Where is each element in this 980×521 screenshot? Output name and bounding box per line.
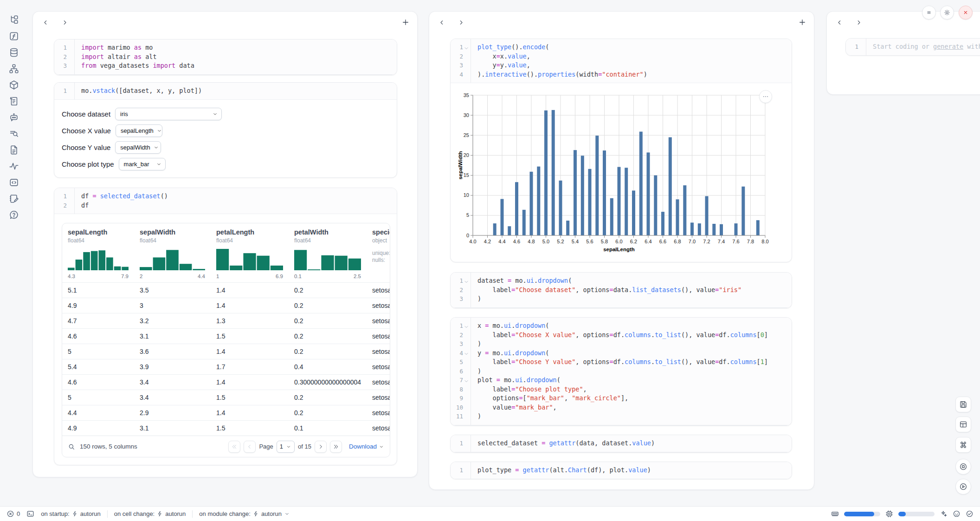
variables-icon[interactable] [9, 129, 19, 139]
table-row[interactable]: 53.61.40.2setosa [62, 344, 390, 359]
documentation-icon[interactable] [9, 145, 19, 155]
x-value-select[interactable]: sepalLength [116, 124, 162, 137]
functions-icon[interactable] [9, 31, 19, 41]
first-page-button[interactable] [228, 441, 240, 453]
tracing-icon[interactable] [9, 161, 19, 171]
table-cell: 4.7 [62, 317, 134, 325]
svg-text:7.2: 7.2 [703, 239, 710, 244]
line-number: 6 [459, 367, 463, 376]
next-page-button[interactable] [315, 441, 327, 453]
code-line: plot = mo.ui.dropdown( [477, 376, 792, 385]
table-row[interactable]: 4.42.91.40.2setosa [62, 405, 390, 420]
table-row[interactable]: 4.63.11.50.2setosa [62, 328, 390, 344]
column-next-icon[interactable] [458, 19, 464, 26]
column-next-icon[interactable] [61, 19, 68, 26]
fold-chevron-icon[interactable] [464, 350, 469, 356]
on-module-change-toggle[interactable]: on module change: autorun [199, 510, 290, 517]
dataset-select[interactable]: iris [115, 108, 222, 120]
fold-chevron-icon[interactable] [464, 323, 469, 329]
column-histogram[interactable]: 24.4 [134, 249, 211, 279]
on-startup-toggle[interactable]: on startup: autorun [41, 510, 101, 517]
table-row[interactable]: 4.73.21.30.2setosa [62, 313, 390, 328]
code-cell-selected-dataset[interactable]: 1selected_dataset = getattr(data, datase… [450, 435, 792, 453]
code-cell-plot-type[interactable]: 1plot_type = getattr(alt.Chart(df), plot… [450, 462, 792, 479]
add-cell-button[interactable] [401, 18, 410, 26]
table-cell: setosa [367, 409, 390, 417]
shutdown-button[interactable] [959, 6, 973, 20]
table-search-button[interactable] [68, 443, 75, 450]
settings-button[interactable] [940, 6, 954, 20]
keyboard-shortcuts-button[interactable] [955, 437, 971, 453]
svg-text:15: 15 [464, 172, 469, 178]
fold-chevron-icon[interactable] [464, 278, 469, 284]
on-cell-change-toggle[interactable]: on cell change: autorun [114, 510, 186, 517]
table-row[interactable]: 4.63.41.40.30000000000000004setosa [62, 374, 390, 390]
table-cell: 5 [62, 394, 134, 401]
column-prev-icon[interactable] [438, 19, 445, 26]
empty-code-cell[interactable]: 1 Start coding or generate with AI [845, 38, 980, 56]
table-cell: 0.2 [289, 332, 367, 340]
line-number: 2 [459, 286, 463, 295]
help-icon[interactable] [9, 210, 19, 220]
prev-page-button[interactable] [244, 441, 256, 453]
scratchpad-icon[interactable] [9, 194, 19, 204]
code-editor[interactable]: 1mo.vstack([dataset, x, y, plot]) [54, 83, 397, 100]
ai-sparkles-button[interactable] [940, 510, 948, 518]
chart-actions-button[interactable] [759, 90, 772, 103]
packages-icon[interactable] [9, 80, 19, 90]
table-row[interactable]: 5.13.51.40.2setosa [62, 282, 390, 298]
error-indicator[interactable]: 0 [6, 510, 20, 518]
notebook-menu-button[interactable] [922, 6, 936, 20]
column-header[interactable]: sepalLengthfloat64 [62, 228, 134, 244]
add-cell-button[interactable] [798, 18, 806, 26]
table-row[interactable]: 4.931.40.2setosa [62, 298, 390, 313]
column-header[interactable]: speciesobject [367, 228, 390, 244]
connection-status-button[interactable] [966, 510, 974, 518]
column-header[interactable]: petalWidthfloat64 [289, 228, 367, 244]
column-prev-icon[interactable] [42, 19, 49, 26]
bolt-icon [253, 511, 259, 517]
code-line: df [81, 201, 397, 210]
code-editor[interactable]: 1234plot_type().encode( x=x.value, y=y.v… [451, 39, 792, 83]
terminal-button[interactable] [26, 510, 34, 518]
file-explorer-icon[interactable] [9, 15, 19, 25]
copilot-status-button[interactable] [953, 510, 961, 518]
snippets-icon[interactable] [9, 177, 19, 188]
run-button[interactable] [955, 479, 971, 495]
table-cell: 0.4 [289, 363, 367, 371]
column-header[interactable]: petalLengthfloat64 [211, 228, 289, 244]
y-value-select[interactable]: sepalWidth [115, 141, 161, 154]
download-button[interactable]: Download [349, 443, 384, 450]
line-number: 1 [459, 276, 463, 286]
column-prev-icon[interactable] [836, 19, 843, 26]
layout-toggle-button[interactable] [955, 417, 971, 432]
table-row[interactable]: 4.93.11.50.1setosa [62, 420, 390, 436]
table-row[interactable]: 5.43.91.70.4setosa [62, 359, 390, 374]
page-select[interactable]: 1 [277, 441, 295, 453]
logs-icon[interactable] [9, 96, 19, 106]
code-cell-dataset-dropdown[interactable]: 123dataset = mo.ui.dropdown( label="Choo… [450, 272, 792, 308]
table-cell: setosa [367, 363, 390, 371]
code-cell-imports[interactable]: 123import marimo as moimport altair as a… [54, 39, 397, 75]
last-page-button[interactable] [330, 441, 342, 453]
fold-chevron-icon[interactable] [464, 45, 469, 50]
table-row[interactable]: 53.41.50.2setosa [62, 390, 390, 405]
column-histogram[interactable]: 4.37.9 [62, 249, 134, 279]
column-header[interactable]: sepalWidthfloat64 [134, 228, 211, 244]
sepal-bar-chart[interactable]: 051015202530354.04.24.44.64.85.05.25.45.… [458, 90, 783, 254]
save-button[interactable] [955, 397, 971, 412]
column-histogram[interactable]: 0.12.5 [289, 249, 367, 279]
code-editor[interactable]: 12df = selected_dataset()df [54, 188, 397, 214]
svg-text:7.4: 7.4 [718, 239, 725, 244]
datasources-icon[interactable] [9, 47, 19, 58]
column-histogram[interactable]: 16.9 [211, 249, 289, 279]
fold-chevron-icon[interactable] [464, 378, 469, 383]
chevron-down-icon [153, 144, 159, 150]
code-cell-xy-dropdowns[interactable]: 1234567891011x = mo.ui.dropdown( label="… [450, 317, 792, 426]
column-next-icon[interactable] [855, 19, 862, 26]
generate-with-ai-link[interactable]: generate [933, 43, 963, 50]
plot-type-select[interactable]: mark_bar [119, 158, 166, 170]
interrupt-button[interactable] [955, 459, 971, 475]
ai-chat-icon[interactable] [9, 112, 19, 123]
dependency-graph-icon[interactable] [9, 64, 19, 74]
